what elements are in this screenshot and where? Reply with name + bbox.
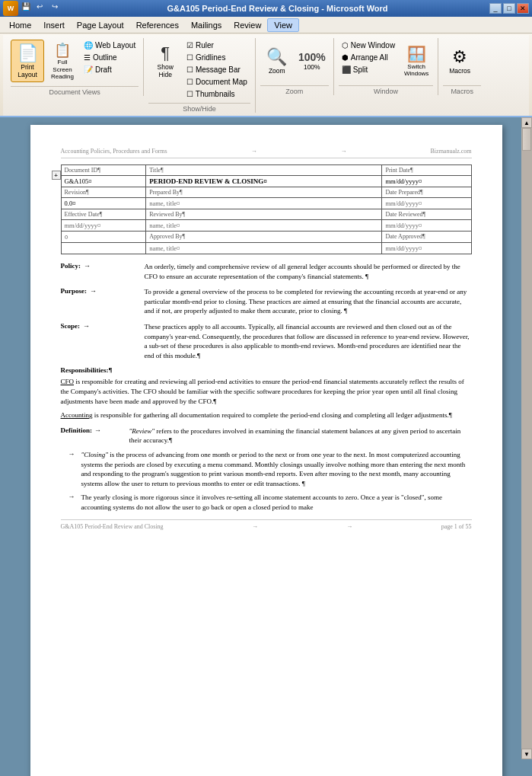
draft-button[interactable]: 📝 Draft [81, 64, 139, 75]
scroll-down-button[interactable]: ▼ [521, 749, 532, 759]
definition-section: Definition: → "Review" refers to the pro… [61, 426, 472, 445]
menu-view[interactable]: View [267, 18, 299, 32]
accounting-underline: Accounting [61, 411, 93, 419]
table-row: mm/dd/yyyy¤ name, title¤ mm/dd/yyyy¤ [61, 220, 471, 232]
outline-button[interactable]: ☰ Outline [81, 52, 139, 63]
zoom-content: 🔍 Zoom 100% 100% [260, 38, 329, 84]
policy-label: Policy: → [61, 262, 145, 281]
table-row: Revision¶ Prepared By¶ Date Prepared¶ [61, 187, 471, 198]
revision-value: 0.0¤ [61, 198, 146, 209]
scroll-track[interactable] [521, 128, 532, 749]
date-prepared-value: mm/dd/yyyy¤ [382, 198, 471, 209]
yearly-closing-definition: The yearly closing is more rigorous sinc… [81, 493, 472, 512]
full-screen-reading-button[interactable]: 📋 Full ScreenReading [46, 40, 79, 83]
ribbon-group-document-views: 📄 PrintLayout 📋 Full ScreenReading 🌐 Web… [8, 38, 144, 96]
window-content: ⬡ New Window ⬢ Arrange All ⬛ Split 🪟 Swi… [339, 38, 433, 84]
header-left: Accounting Policies, Procedures and Form… [61, 148, 167, 155]
date-reviewed-label: Date Reviewed¶ [382, 209, 471, 220]
review-quote: "Review" [129, 427, 155, 435]
ribbon-content: 📄 PrintLayout 📋 Full ScreenReading 🌐 Web… [3, 35, 529, 116]
document-views-label: Document Views [11, 86, 139, 96]
table-row: Effective Date¶ Reviewed By¶ Date Review… [61, 209, 471, 220]
doc-title-value: PERIOD-END REVIEW & CLOSING¤ [146, 176, 382, 187]
date-reviewed-value: mm/dd/yyyy¤ [382, 220, 471, 232]
header-arrow1: → [251, 148, 257, 155]
menu-references[interactable]: References [130, 19, 185, 31]
undo-button[interactable]: ↩ [37, 2, 50, 14]
scope-arrow: → [83, 322, 90, 330]
header-arrow2: → [341, 148, 347, 155]
menu-page-layout[interactable]: Page Layout [71, 19, 130, 31]
page-header: Accounting Policies, Procedures and Form… [61, 148, 472, 158]
expand-table-icon[interactable]: + [52, 171, 61, 180]
vertical-scrollbar: ▲ ▼ [521, 117, 532, 759]
zoom-button[interactable]: 🔍 Zoom [260, 40, 294, 82]
date-prepared-label: Date Prepared¶ [382, 187, 471, 198]
page-footer: G&A105 Period-End Review and Closing → →… [61, 519, 472, 530]
menu-home[interactable]: Home [3, 19, 37, 31]
ribbon-group-show-hide: ¶ ShowHide ☑ Ruler ☐ Gridlines ☐ Message… [145, 38, 256, 113]
policy-arrow: → [84, 262, 91, 270]
show-hide-checkboxes: ☑ Ruler ☐ Gridlines ☐ Message Bar ☐ Docu… [183, 40, 250, 100]
quick-access-toolbar: 💾 ↩ ↪ [21, 2, 65, 14]
new-window-button[interactable]: ⬡ New Window [339, 40, 398, 51]
switch-windows-button[interactable]: 🪟 SwitchWindows [400, 40, 433, 82]
maximize-button[interactable]: □ [503, 3, 515, 14]
menu-review[interactable]: Review [228, 19, 267, 31]
policy-body: An orderly, timely and comprehensive rev… [145, 262, 472, 281]
footer-arrow2: → [346, 523, 352, 530]
zoom-100-button[interactable]: 100% 100% [295, 40, 329, 82]
date-approved-value: mm/dd/yyyy¤ [382, 243, 471, 254]
definition-arrow: → [94, 426, 101, 434]
show-hide-label: Show/Hide [148, 103, 250, 113]
scroll-thumb[interactable] [522, 128, 531, 151]
arrange-all-button[interactable]: ⬢ Arrange All [339, 52, 398, 63]
window-controls: _ □ ✕ [489, 3, 529, 14]
show-hide-content: ¶ ShowHide ☑ Ruler ☐ Gridlines ☐ Message… [148, 38, 250, 101]
doc-id-value: G&A105¤ [61, 176, 146, 187]
message-bar-checkbox[interactable]: ☐ Message Bar [183, 64, 250, 75]
reviewed-by-value: name, title¤ [146, 220, 382, 232]
table-row: G&A105¤ PERIOD-END REVIEW & CLOSING¤ mm/… [61, 176, 471, 187]
scope-section: Scope: → These practices apply to all ac… [61, 322, 472, 360]
title-label: Title¶ [146, 165, 382, 176]
show-hide-button[interactable]: ¶ ShowHide [148, 40, 182, 82]
doc-view-small-buttons: 🌐 Web Layout ☰ Outline 📝 Draft [81, 40, 139, 75]
scroll-up-button[interactable]: ▲ [521, 117, 532, 128]
web-layout-button[interactable]: 🌐 Web Layout [81, 40, 139, 51]
close-button[interactable]: ✕ [517, 3, 529, 14]
minimize-button[interactable]: _ [489, 3, 502, 14]
print-date-value: mm/dd/yyyy¤ [382, 176, 471, 187]
document-area: Accounting Policies, Procedures and Form… [0, 117, 532, 776]
thumbnails-checkbox[interactable]: ☐ Thumbnails [183, 88, 250, 100]
definition-closing-sub: → "Closing" is the process of advancing … [61, 450, 472, 488]
menu-insert[interactable]: Insert [37, 19, 71, 31]
document-map-checkbox[interactable]: ☐ Document Map [183, 76, 250, 88]
table-row: name, title¤ mm/dd/yyyy¤ [61, 243, 471, 254]
definition-body: "Review" refers to the procedures involv… [129, 426, 472, 445]
ribbon-group-zoom: 🔍 Zoom 100% 100% Zoom [257, 38, 334, 95]
split-button[interactable]: ⬛ Split [339, 64, 398, 75]
macros-button[interactable]: ⚙ Macros [443, 40, 476, 82]
title-bar: W 💾 ↩ ↪ G&A105 Period-End Review & Closi… [0, 0, 532, 17]
definition-label: Definition: → [61, 426, 129, 445]
definition-yearly-sub: → The yearly closing is more rigorous si… [61, 493, 472, 512]
menu-bar: Home Insert Page Layout References Maili… [0, 17, 532, 34]
title-bar-left: W 💾 ↩ ↪ [3, 1, 65, 16]
cfo-responsibility: CFO is responsible for creating and revi… [61, 377, 472, 406]
document-info-table: Document ID¶ Title¶ Print Date¶ G&A105¤ … [61, 164, 472, 254]
approved-by-value: name, title¤ [146, 243, 382, 254]
ruler-checkbox[interactable]: ☑ Ruler [183, 40, 250, 51]
reviewed-by-label: Reviewed By¶ [146, 209, 382, 220]
approved-by-label: Approved By¶ [146, 232, 382, 243]
sub-arrow-2: → [68, 493, 75, 512]
purpose-section: Purpose: → To provide a general overview… [61, 287, 472, 316]
redo-button[interactable]: ↪ [52, 2, 65, 14]
save-button[interactable]: 💾 [21, 2, 35, 14]
window-label: Window [339, 85, 433, 95]
policy-section: Policy: → An orderly, timely and compreh… [61, 262, 472, 281]
print-layout-button[interactable]: 📄 PrintLayout [11, 40, 44, 82]
gridlines-checkbox[interactable]: ☐ Gridlines [183, 52, 250, 63]
menu-mailings[interactable]: Mailings [185, 19, 228, 31]
scope-label: Scope: → [61, 322, 145, 360]
